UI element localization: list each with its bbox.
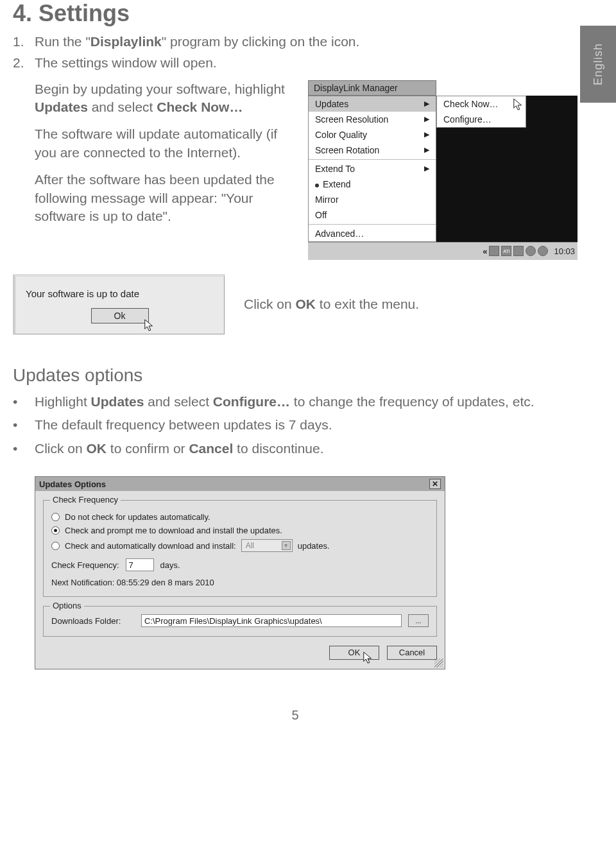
radio-label: Check and prompt me to download and inst… — [65, 526, 282, 535]
taskbar: « ATI 10:03 — [308, 242, 578, 260]
ok-note: Click on OK to exit the menu. — [244, 297, 578, 312]
displaylink-manager-screenshot: DisplayLink Manager Updates▶ Screen Reso… — [308, 80, 578, 260]
menu-item-color-quality[interactable]: Color Quality▶ — [309, 127, 436, 142]
ok-dialog-screenshot: Your software is up to date Ok — [13, 274, 225, 334]
clock: 10:03 — [554, 246, 575, 256]
cancel-button[interactable]: Cancel — [387, 646, 437, 660]
dialog-title: Updates Options — [39, 479, 106, 489]
paragraph: The software will update automatically (… — [35, 125, 294, 162]
tray-ati-icon[interactable]: ATI — [501, 246, 511, 256]
menu-item-extend-to[interactable]: Extend To▶ — [309, 161, 436, 177]
browse-button[interactable]: ... — [408, 614, 429, 627]
menu-item-extend[interactable]: Extend — [309, 177, 436, 192]
chevron-right-icon: ▶ — [424, 115, 429, 123]
menu-item-screen-rotation[interactable]: Screen Rotation▶ — [309, 142, 436, 158]
bullet-text: Click on OK to confirm or Cancel to disc… — [35, 439, 324, 458]
downloads-folder-input[interactable]: C:\Program Files\DisplayLink Graphics\up… — [141, 614, 402, 627]
menu-item-off[interactable]: Off — [309, 207, 436, 223]
updates-options-heading: Updates options — [13, 365, 578, 386]
submenu: Check Now… Configure… — [436, 96, 526, 128]
selected-dot-icon — [315, 184, 319, 187]
menu-item-advanced[interactable]: Advanced… — [309, 226, 436, 241]
options-fieldset: Options Downloads Folder: C:\Program Fil… — [43, 606, 437, 637]
step-text: Run the "Displaylink" program by clickin… — [35, 32, 359, 51]
freq-unit: days. — [160, 560, 180, 570]
chevron-down-icon: ▾ — [282, 541, 291, 550]
bullet-icon: • — [13, 392, 35, 411]
radio-label: Do not check for updates automatically. — [65, 512, 210, 522]
chevron-right-icon: ▶ — [424, 146, 429, 154]
next-notification: Next Notification: 08:55:29 den 8 mars 2… — [51, 578, 429, 587]
bullet-text: Highlight Updates and select Configure… … — [35, 392, 535, 411]
step-list: 1. Run the "Displaylink" program by clic… — [13, 32, 578, 73]
check-frequency-fieldset: Check Frequency Do not check for updates… — [43, 500, 437, 597]
menu-separator — [309, 224, 436, 225]
fieldset-legend: Options — [50, 601, 84, 610]
radio-prompt[interactable] — [51, 526, 60, 535]
page-number: 5 — [13, 708, 578, 723]
step-number: 1. — [13, 32, 35, 51]
chevron-right-icon: ▶ — [424, 99, 429, 108]
tray-chevron-icon[interactable]: « — [483, 246, 487, 256]
tray-icon[interactable] — [489, 246, 499, 256]
bullet-icon: • — [13, 415, 35, 435]
submenu-configure[interactable]: Configure… — [437, 112, 526, 127]
ok-button[interactable]: Ok — [91, 308, 149, 323]
language-label: English — [592, 43, 605, 85]
chevron-right-icon: ▶ — [424, 164, 429, 173]
paragraph: After the software has been updated the … — [35, 171, 294, 225]
context-menu: Updates▶ Screen Resolution▶ Color Qualit… — [308, 96, 436, 242]
menu-separator — [309, 159, 436, 160]
tray-icon[interactable] — [538, 246, 548, 256]
menu-item-mirror[interactable]: Mirror — [309, 192, 436, 207]
bullet-icon: • — [13, 439, 35, 458]
tray-icon[interactable] — [513, 246, 524, 256]
section-title: 4. Settings — [13, 0, 578, 27]
chevron-right-icon: ▶ — [424, 130, 429, 139]
dialog-titlebar: Updates Options ✕ — [35, 477, 445, 491]
tray-icon[interactable] — [526, 246, 536, 256]
fieldset-legend: Check Frequency — [50, 495, 121, 504]
menu-item-screen-resolution[interactable]: Screen Resolution▶ — [309, 112, 436, 127]
menu-title: DisplayLink Manager — [308, 80, 436, 96]
menu-item-updates[interactable]: Updates▶ — [309, 96, 436, 112]
desktop-background — [436, 128, 578, 242]
radio-no-check[interactable] — [51, 513, 60, 521]
updates-options-dialog: Updates Options ✕ Check Frequency Do not… — [35, 476, 445, 669]
language-tab: English — [580, 26, 616, 103]
cursor-icon — [144, 318, 155, 332]
updates-type-select[interactable]: All ▾ — [241, 539, 293, 552]
bullet-text: The default frequency between updates is… — [35, 415, 332, 435]
radio-auto[interactable] — [51, 542, 60, 550]
cursor-icon — [363, 651, 374, 665]
step-number: 2. — [13, 53, 35, 72]
freq-input[interactable]: 7 — [126, 558, 154, 571]
bullet-list: • Highlight Updates and select Configure… — [13, 392, 578, 458]
step-text: The settings window will open. — [35, 53, 217, 72]
paragraph: Begin by updating your software, highlig… — [35, 80, 294, 117]
radio-label: Check and automatically download and ins… — [65, 541, 236, 551]
resize-grip-icon[interactable] — [434, 659, 443, 668]
radio-label-post: updates. — [298, 541, 330, 551]
freq-label: Check Frequency: — [51, 560, 119, 570]
dialog-message: Your software is up to date — [26, 288, 214, 299]
downloads-folder-label: Downloads Folder: — [51, 616, 135, 626]
cursor-icon — [513, 98, 524, 112]
close-icon[interactable]: ✕ — [429, 479, 441, 489]
